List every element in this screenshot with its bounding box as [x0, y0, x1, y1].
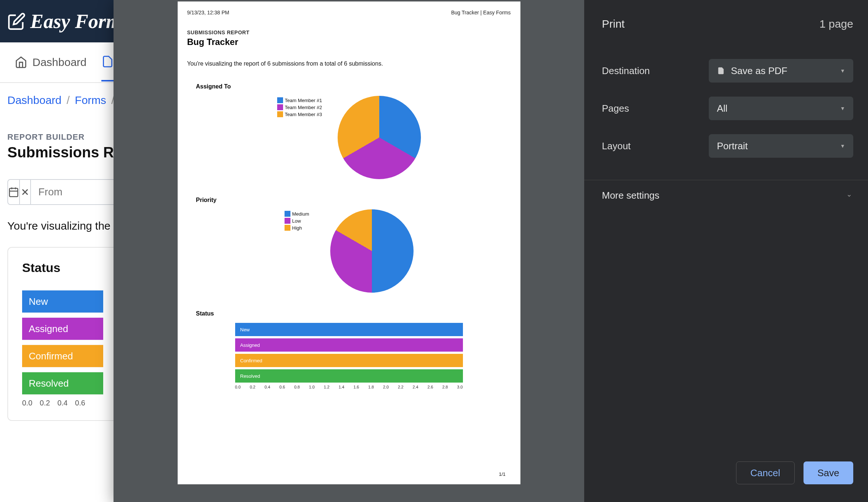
- date-range-bar: [7, 179, 118, 205]
- xtick: 2.8: [442, 385, 448, 389]
- legend-item: High: [285, 225, 329, 231]
- xtick: 0.6: [279, 385, 285, 389]
- status-card-title: Status: [22, 261, 103, 275]
- panel-footer: Cancel Save: [584, 461, 868, 502]
- xtick: 2.4: [413, 385, 418, 389]
- bar-confirmed: Confirmed: [22, 344, 103, 368]
- bar-new-label: New: [22, 290, 103, 313]
- nav-active-item[interactable]: [101, 55, 114, 81]
- nav-dashboard-label: Dashboard: [32, 56, 87, 69]
- xtick: 2.6: [428, 385, 433, 389]
- xtick: 0.8: [294, 385, 300, 389]
- assigned-legend: Team Member #1 Team Member #2 Team Membe…: [277, 97, 336, 181]
- bar-confirmed-label: Confirmed: [22, 345, 103, 367]
- preview-site: Bug Tracker | Easy Forms: [451, 10, 511, 15]
- chart-status: Status New Assigned Confirmed Resolved 0…: [187, 310, 511, 389]
- breadcrumb-dashboard[interactable]: Dashboard: [7, 94, 62, 107]
- chevron-down-icon: ▼: [840, 105, 845, 111]
- panel-title: Print: [602, 18, 625, 30]
- preview-description: You're visualizing the report of 6 submi…: [187, 60, 511, 67]
- print-settings-panel: Print 1 page Destination Save as PDF ▼ P…: [584, 0, 868, 502]
- layout-row: Layout Portrait ▼: [602, 134, 853, 158]
- panel-header: Print 1 page: [584, 0, 868, 30]
- destination-select[interactable]: Save as PDF ▼: [709, 59, 853, 83]
- bar-new: New: [22, 290, 103, 313]
- bar-resolved: Resolved: [22, 372, 103, 395]
- status-bar-resolved: Resolved: [235, 369, 463, 383]
- legend-label: Team Member #2: [285, 105, 322, 110]
- save-button[interactable]: Save: [803, 461, 853, 484]
- status-bar-assigned: Assigned: [235, 338, 463, 352]
- preview-header: 9/13/23, 12:38 PM Bug Tracker | Easy For…: [187, 10, 511, 15]
- file-icon: [101, 55, 114, 68]
- preview-timestamp: 9/13/23, 12:38 PM: [187, 10, 229, 15]
- destination-row: Destination Save as PDF ▼: [602, 59, 853, 83]
- nav-dashboard[interactable]: Dashboard: [15, 56, 87, 69]
- legend-label: Team Member #3: [285, 112, 322, 117]
- chart-title: Priority: [196, 197, 511, 203]
- bar-assigned: Assigned: [22, 317, 103, 341]
- pie-assigned: [338, 96, 421, 179]
- xtick: 1.2: [324, 385, 330, 389]
- xtick: 0.6: [75, 399, 85, 407]
- xtick: 2.0: [383, 385, 388, 389]
- chart-assigned-to: Assigned To Team Member #1 Team Member #…: [187, 83, 511, 181]
- preview-section-label: SUBMISSIONS REPORT: [187, 29, 511, 35]
- home-icon: [15, 56, 27, 69]
- pages-select[interactable]: All ▼: [709, 97, 853, 120]
- close-icon: [20, 187, 30, 197]
- layout-value: Portrait: [717, 140, 748, 152]
- chevron-down-icon: ▼: [840, 143, 845, 149]
- status-xaxis: 0.0 0.2 0.4 0.6: [22, 399, 103, 407]
- xtick: 2.2: [398, 385, 403, 389]
- status-bar-new: New: [235, 323, 463, 336]
- xtick: 0.0: [22, 399, 32, 407]
- breadcrumb-forms[interactable]: Forms: [75, 94, 106, 107]
- calendar-icon: [8, 186, 19, 198]
- chart-title: Assigned To: [196, 83, 511, 90]
- legend-item: Low: [285, 218, 329, 224]
- xtick: 1.0: [309, 385, 314, 389]
- legend-label: Low: [292, 218, 301, 224]
- logo: Easy Forms: [7, 10, 129, 33]
- xtick: 1.6: [353, 385, 359, 389]
- destination-value: Save as PDF: [731, 65, 787, 77]
- status-bar-confirmed: Confirmed: [235, 354, 463, 367]
- status-xaxis: 0.00.20.40.60.81.01.21.41.61.82.02.22.42…: [235, 385, 463, 389]
- cancel-button[interactable]: Cancel: [736, 461, 795, 484]
- xtick: 0.0: [235, 385, 241, 389]
- pages-value: All: [717, 103, 728, 114]
- print-preview-area[interactable]: 9/13/23, 12:38 PM Bug Tracker | Easy For…: [114, 0, 584, 502]
- page-count: 1 page: [819, 18, 853, 30]
- destination-label: Destination: [602, 65, 701, 77]
- preview-title: Bug Tracker: [187, 37, 511, 47]
- more-settings-label: More settings: [602, 190, 659, 201]
- bar-resolved-label: Resolved: [22, 372, 103, 394]
- svg-rect-0: [10, 188, 18, 197]
- chevron-down-icon: ▼: [840, 68, 845, 74]
- legend-item: Medium: [285, 211, 329, 217]
- legend-item: Team Member #2: [277, 104, 336, 110]
- xtick: 1.4: [339, 385, 344, 389]
- chevron-down-icon: [845, 193, 853, 198]
- status-bar-container: New Assigned Confirmed Resolved 0.00.20.…: [235, 323, 463, 389]
- status-bars: New Assigned Confirmed Resolved: [22, 290, 103, 395]
- breadcrumb-sep: /: [67, 94, 70, 107]
- clear-date-button[interactable]: [20, 180, 31, 204]
- more-settings-toggle[interactable]: More settings: [584, 180, 868, 211]
- calendar-button[interactable]: [8, 180, 20, 204]
- xtick: 3.0: [457, 385, 463, 389]
- preview-page: 9/13/23, 12:38 PM Bug Tracker | Easy For…: [178, 1, 520, 484]
- chart-priority: Priority Medium Low High: [187, 197, 511, 294]
- layout-select[interactable]: Portrait ▼: [709, 134, 853, 158]
- pages-label: Pages: [602, 103, 701, 114]
- legend-item: Team Member #1: [277, 97, 336, 103]
- xtick: 0.2: [250, 385, 255, 389]
- status-card: Status New Assigned Confirmed Resolved 0…: [7, 247, 118, 421]
- xtick: 0.4: [57, 399, 68, 407]
- xtick: 1.8: [368, 385, 374, 389]
- panel-body: Destination Save as PDF ▼ Pages All ▼ La…: [584, 30, 868, 158]
- preview-page-number: 1/1: [499, 471, 505, 477]
- layout-label: Layout: [602, 140, 701, 152]
- chart-title: Status: [196, 310, 511, 317]
